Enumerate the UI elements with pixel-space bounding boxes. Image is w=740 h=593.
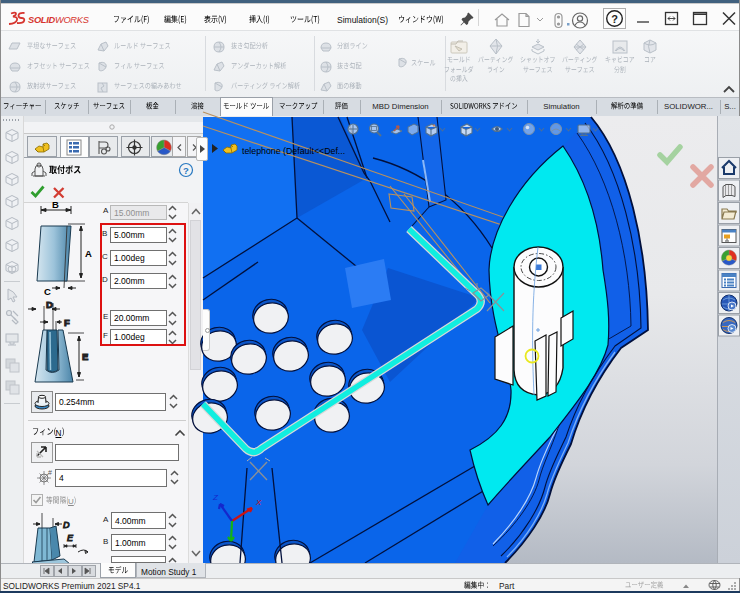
svg-text:#: #	[48, 469, 52, 476]
svg-text:X: X	[255, 498, 262, 507]
svg-text:C: C	[44, 286, 51, 297]
svg-text:?: ?	[183, 165, 189, 176]
svg-text:SOLIDWORKS: SOLIDWORKS	[28, 15, 90, 25]
svg-text:F: F	[64, 317, 70, 328]
svg-text:A: A	[85, 248, 92, 259]
svg-text:?: ?	[611, 13, 618, 25]
svg-text:B: B	[52, 199, 59, 210]
svg-text:D: D	[46, 299, 53, 310]
svg-text:E: E	[82, 351, 88, 362]
svg-text:D: D	[63, 520, 70, 530]
svg-text:E: E	[67, 533, 74, 543]
